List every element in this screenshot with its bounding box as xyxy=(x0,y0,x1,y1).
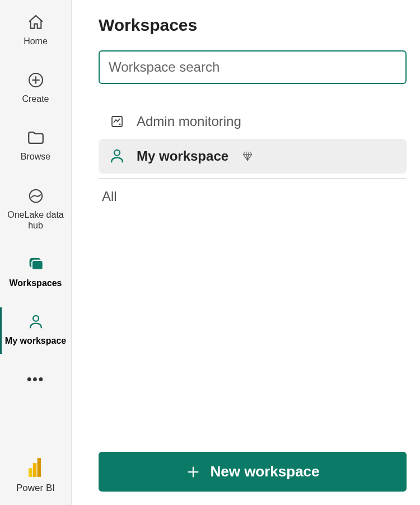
nav-label: Create xyxy=(22,93,49,104)
nav-item-my-workspace[interactable]: My workspace xyxy=(0,307,71,354)
svg-point-12 xyxy=(114,150,120,156)
svg-point-11 xyxy=(119,124,121,125)
svg-point-6 xyxy=(33,316,39,321)
nav-label: OneLake data hub xyxy=(2,209,69,231)
nav-item-browse[interactable]: Browse xyxy=(0,123,71,170)
nav-label: Browse xyxy=(21,151,50,162)
svg-rect-8 xyxy=(32,463,36,477)
nav-rail: Home Create Browse OneLake data hub xyxy=(0,0,72,505)
nav-item-home[interactable]: Home xyxy=(0,8,71,54)
folder-icon xyxy=(25,127,47,149)
panel-title: Workspaces xyxy=(99,16,407,35)
nav-footer-powerbi[interactable]: Power BI xyxy=(0,458,71,505)
ellipsis-icon: ••• xyxy=(27,371,44,387)
onelake-icon xyxy=(25,185,47,207)
divider xyxy=(99,178,407,179)
workspaces-icon xyxy=(25,253,47,275)
svg-rect-7 xyxy=(29,468,32,477)
person-icon xyxy=(109,148,125,165)
nav-label: Home xyxy=(24,36,48,46)
svg-rect-9 xyxy=(37,458,41,477)
monitoring-icon xyxy=(109,113,125,130)
premium-diamond-icon xyxy=(242,151,253,162)
nav-more-button[interactable]: ••• xyxy=(0,365,71,393)
section-label-all: All xyxy=(99,189,407,204)
workspaces-panel: Workspaces Admin monitoring My workspace xyxy=(72,0,420,505)
new-workspace-button-label: New workspace xyxy=(210,463,319,480)
nav-label: My workspace xyxy=(5,335,66,346)
nav-label: Power BI xyxy=(16,483,55,494)
workspace-item-my-workspace[interactable]: My workspace xyxy=(99,139,407,174)
nav-label: Workspaces xyxy=(10,278,62,288)
workspace-item-label: Admin monitoring xyxy=(137,114,241,129)
plus-circle-icon xyxy=(25,69,47,91)
workspace-search-input[interactable] xyxy=(99,50,407,84)
svg-rect-5 xyxy=(31,260,43,270)
plus-icon xyxy=(185,464,201,480)
nav-item-onelake[interactable]: OneLake data hub xyxy=(0,181,71,239)
workspace-list: Admin monitoring My workspace xyxy=(99,104,407,174)
nav-item-workspaces[interactable]: Workspaces xyxy=(0,250,71,296)
powerbi-icon xyxy=(29,458,43,479)
home-icon xyxy=(25,11,47,34)
workspace-item-admin-monitoring[interactable]: Admin monitoring xyxy=(99,104,407,139)
new-workspace-button[interactable]: New workspace xyxy=(99,452,407,492)
nav-item-create[interactable]: Create xyxy=(0,66,71,112)
person-icon xyxy=(25,311,47,333)
workspace-item-label: My workspace xyxy=(137,148,228,164)
